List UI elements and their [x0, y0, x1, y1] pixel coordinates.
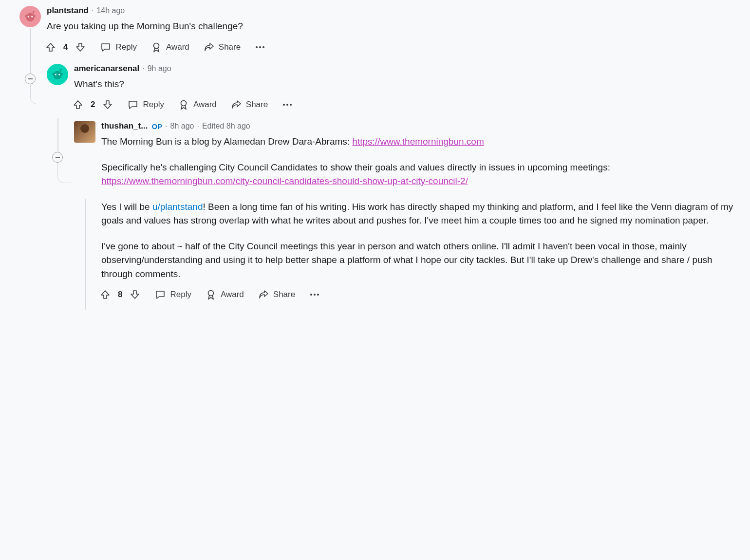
external-link[interactable]: https://www.themorningbun.com	[352, 136, 484, 147]
svg-point-10	[53, 71, 62, 79]
svg-point-8	[259, 46, 261, 48]
comment: plantstand · 14h ago Are you taking up t…	[19, 6, 740, 53]
more-button[interactable]	[254, 41, 266, 53]
share-icon	[230, 99, 242, 111]
op-badge: OP	[151, 122, 162, 131]
share-button[interactable]: Share	[230, 99, 268, 111]
upvote-icon[interactable]	[72, 99, 84, 111]
share-icon	[258, 289, 269, 300]
vote-count: 4	[63, 42, 68, 52]
vote-count: 8	[118, 290, 122, 299]
svg-point-7	[256, 46, 258, 48]
share-button[interactable]: Share	[258, 289, 295, 300]
reply-icon	[100, 41, 112, 53]
timestamp: 14h ago	[96, 6, 125, 15]
svg-point-19	[290, 104, 292, 106]
username-link[interactable]: thushan_t...	[101, 121, 148, 131]
username-link[interactable]: americanarsenal	[74, 64, 139, 74]
svg-point-14	[52, 73, 55, 75]
award-button[interactable]: Award	[205, 289, 244, 300]
separator-dot: ·	[165, 122, 167, 131]
svg-point-21	[310, 294, 312, 296]
svg-point-23	[317, 294, 319, 296]
timestamp: 8h ago	[170, 122, 194, 131]
svg-point-13	[60, 68, 62, 70]
timestamp: 9h ago	[148, 64, 171, 73]
svg-point-17	[283, 104, 285, 106]
separator-dot: ·	[197, 122, 199, 131]
award-icon	[150, 41, 162, 53]
upvote-icon[interactable]	[99, 289, 111, 300]
reply-icon	[127, 99, 139, 111]
collapse-button[interactable]	[52, 152, 63, 163]
award-button[interactable]: Award	[150, 41, 189, 53]
comment-body: Are you taking up the Morning Bun's chal…	[47, 19, 740, 34]
svg-point-3	[33, 11, 35, 12]
svg-point-6	[153, 43, 159, 48]
svg-point-2	[31, 16, 33, 17]
edited-label: Edited 8h ago	[202, 122, 250, 131]
svg-point-16	[181, 101, 186, 106]
collapse-button[interactable]	[25, 74, 36, 84]
avatar[interactable]	[74, 121, 95, 143]
comment: americanarsenal · 9h ago What's this? 2 …	[47, 64, 740, 111]
award-icon	[178, 99, 189, 111]
svg-point-15	[61, 73, 63, 75]
svg-point-9	[262, 46, 264, 48]
share-button[interactable]: Share	[203, 41, 241, 53]
reply-button[interactable]: Reply	[100, 41, 136, 53]
downvote-icon[interactable]	[75, 41, 86, 53]
svg-point-1	[28, 16, 29, 17]
svg-point-11	[55, 74, 56, 75]
more-button[interactable]	[281, 99, 293, 111]
separator-dot: ·	[92, 6, 94, 15]
downvote-icon[interactable]	[102, 99, 113, 111]
upvote-icon[interactable]	[45, 41, 56, 53]
downvote-icon[interactable]	[129, 289, 141, 300]
reply-button[interactable]: Reply	[154, 289, 191, 300]
more-button[interactable]	[309, 289, 320, 300]
award-icon	[205, 289, 217, 300]
vote-count: 2	[91, 100, 95, 110]
svg-point-12	[58, 74, 60, 75]
separator-dot: ·	[142, 64, 144, 73]
username-link[interactable]: plantstand	[47, 6, 89, 16]
share-icon	[203, 41, 215, 53]
award-button[interactable]: Award	[178, 99, 217, 111]
avatar[interactable]	[19, 6, 41, 27]
comment-body: What's this?	[74, 77, 740, 92]
svg-point-5	[34, 15, 36, 18]
reply-button[interactable]: Reply	[127, 99, 164, 111]
avatar[interactable]	[47, 64, 68, 85]
reply-icon	[154, 289, 166, 300]
svg-point-22	[314, 294, 316, 296]
svg-point-18	[286, 104, 288, 106]
user-mention-link[interactable]: u/plantstand	[152, 202, 203, 212]
svg-point-4	[25, 15, 27, 18]
external-link[interactable]: https://www.themorningbun.com/city-counc…	[101, 176, 468, 186]
svg-point-0	[26, 13, 35, 22]
svg-point-20	[208, 291, 213, 296]
comment: thushan_t... OP · 8h ago · Edited 8h ago…	[74, 121, 740, 300]
comment-body: The Morning Bun is a blog by Alamedan Dr…	[101, 135, 740, 281]
